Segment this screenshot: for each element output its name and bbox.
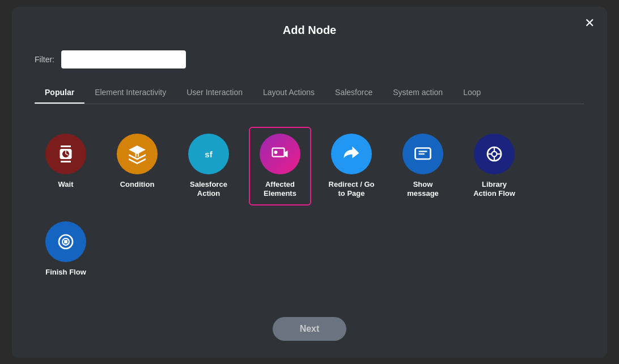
library-action-flow-icon <box>474 134 515 174</box>
tab-system-action[interactable]: System action <box>383 82 453 104</box>
node-redirect[interactable]: Redirect / Go to Page <box>320 127 383 206</box>
node-salesforce-action[interactable]: sf Salesforce Action <box>177 127 240 206</box>
finish-flow-label: Finish Flow <box>45 268 86 277</box>
tab-layout-actions[interactable]: Layout Actions <box>253 82 325 104</box>
next-button[interactable]: Next <box>273 317 347 341</box>
filter-label: Filter: <box>35 55 54 64</box>
filter-row: Filter: <box>35 50 584 68</box>
svg-text:if: if <box>134 148 140 158</box>
tab-user-interaction[interactable]: User Interaction <box>176 82 253 104</box>
svg-rect-15 <box>64 240 67 243</box>
modal-title: Add Node <box>283 24 336 36</box>
finish-flow-icon <box>45 221 86 262</box>
svg-point-3 <box>274 151 278 154</box>
tab-popular[interactable]: Popular <box>35 82 84 104</box>
redirect-label: Redirect / Go to Page <box>327 180 376 199</box>
close-button[interactable]: ✕ <box>584 17 595 29</box>
svg-point-8 <box>492 151 497 156</box>
wait-icon <box>45 134 86 174</box>
node-condition[interactable]: if Condition <box>106 127 168 206</box>
condition-icon: if <box>117 134 158 174</box>
node-affected-elements[interactable]: Affected Elements <box>249 127 311 206</box>
tabs-bar: Popular Element Interactivity User Inter… <box>35 82 584 104</box>
nodes-grid: Wait if Condition sf Salesforce Action <box>35 121 584 290</box>
filter-input[interactable] <box>61 50 186 68</box>
tab-loop[interactable]: Loop <box>453 82 491 104</box>
tab-element-interactivity[interactable]: Element Interactivity <box>84 82 176 104</box>
node-wait[interactable]: Wait <box>35 127 97 206</box>
modal-header: Add Node <box>35 24 584 37</box>
affected-elements-label: Affected Elements <box>256 180 304 199</box>
salesforce-action-label: Salesforce Action <box>184 180 233 199</box>
show-message-label: Show message <box>398 180 447 199</box>
tab-salesforce[interactable]: Salesforce <box>325 82 383 104</box>
node-library-action-flow[interactable]: Library Action Flow <box>463 127 525 206</box>
salesforce-icon: sf <box>188 134 229 174</box>
svg-text:sf: sf <box>205 149 213 159</box>
redirect-icon <box>331 134 372 174</box>
affected-elements-icon <box>260 134 300 174</box>
node-finish-flow[interactable]: Finish Flow <box>35 215 97 284</box>
footer: Next <box>12 317 607 341</box>
show-message-icon <box>402 134 443 174</box>
node-show-message[interactable]: Show message <box>392 127 454 206</box>
add-node-modal: Add Node ✕ Filter: Popular Element Inter… <box>12 7 607 358</box>
wait-label: Wait <box>58 180 74 190</box>
condition-label: Condition <box>120 180 155 190</box>
library-action-flow-label: Library Action Flow <box>470 180 519 199</box>
